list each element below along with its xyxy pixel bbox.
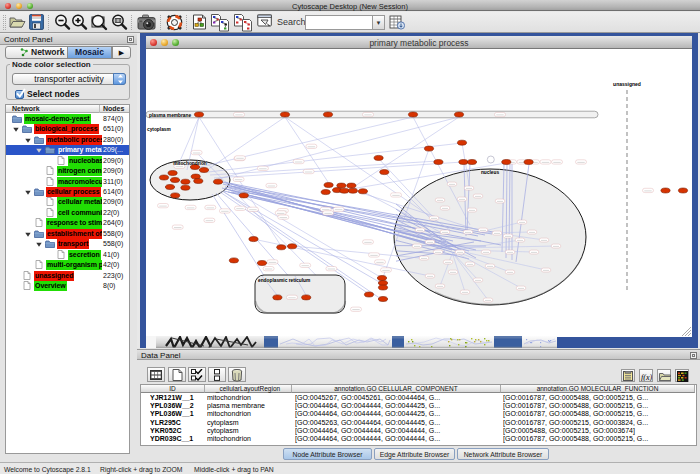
svg-text:cytoplasm: cytoplasm: [147, 127, 171, 132]
svg-text:plasma membrane: plasma membrane: [149, 113, 191, 118]
svg-text:unassigned: unassigned: [613, 81, 641, 87]
svg-text:mitochondrion: mitochondrion: [173, 161, 207, 166]
svg-text:nucleus: nucleus: [481, 170, 499, 175]
svg-text:endoplasmic reticulum: endoplasmic reticulum: [258, 278, 310, 283]
svg-text:f(x): f(x): [641, 373, 652, 382]
